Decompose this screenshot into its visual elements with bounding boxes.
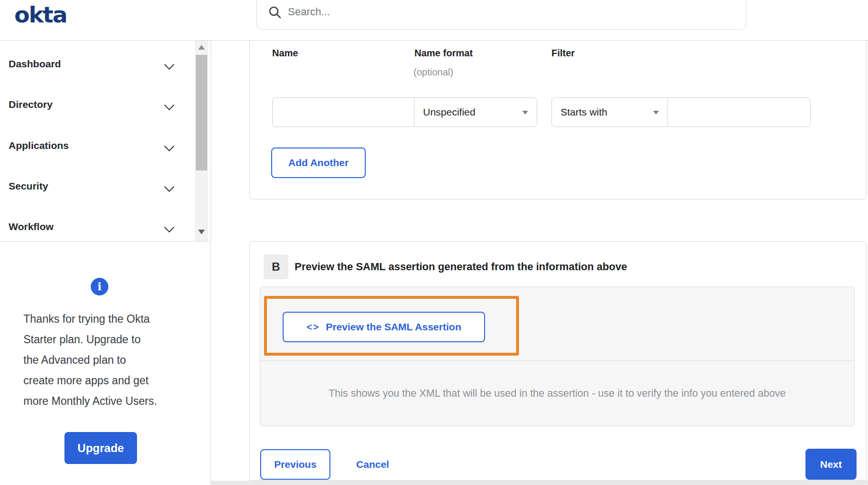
- cancel-link[interactable]: Cancel: [345, 449, 400, 480]
- preview-saml-assertion-button[interactable]: <> Preview the SAML Assertion: [283, 312, 485, 342]
- okta-logo[interactable]: okta: [14, 1, 67, 29]
- sidebar-item-workflow[interactable]: Workflow: [0, 221, 191, 237]
- scroll-up-arrow-icon[interactable]: [198, 45, 205, 50]
- search-icon: [268, 6, 281, 19]
- sidebar: Dashboard Directory Applications Securit…: [0, 41, 211, 485]
- search-input[interactable]: [288, 6, 718, 18]
- preview-section-heading: Preview the SAML assertion generated fro…: [295, 261, 627, 273]
- name-column-label: Name: [272, 48, 298, 59]
- trial-notice-line: Thanks for trying the Okta: [23, 309, 186, 329]
- trial-notice-line: create more apps and get: [23, 370, 186, 391]
- sidebar-item-label: Security: [9, 180, 48, 192]
- sidebar-nav-divider: [0, 241, 211, 242]
- okta-admin-console: okta Dashboard Directory Applications Se…: [0, 0, 868, 485]
- sidebar-item-security[interactable]: Security: [0, 180, 191, 197]
- scrollbar-thumb[interactable]: [196, 55, 207, 170]
- filter-column-label: Filter: [551, 48, 575, 59]
- chevron-down-icon: [164, 141, 174, 151]
- filter-type-select[interactable]: Starts with: [551, 97, 668, 127]
- trial-notice-line: more Monthly Active Users.: [23, 391, 186, 411]
- name-format-column-label: Name format: [414, 48, 473, 59]
- sidebar-item-label: Workflow: [9, 221, 53, 232]
- sidebar-item-applications[interactable]: Applications: [0, 140, 191, 156]
- info-icon: i: [91, 278, 108, 295]
- add-another-button[interactable]: Add Another: [271, 148, 366, 178]
- chevron-down-icon: [164, 60, 174, 70]
- trial-notice-line: the Advanced plan to: [23, 350, 186, 370]
- attribute-name-input[interactable]: [272, 97, 414, 127]
- upgrade-button[interactable]: Upgrade: [64, 432, 137, 464]
- code-icon: <>: [307, 322, 319, 333]
- name-format-selected-value: Unspecified: [423, 106, 476, 118]
- scroll-down-arrow-icon[interactable]: [198, 230, 205, 234]
- sidebar-item-label: Directory: [9, 99, 53, 110]
- chevron-down-icon: [164, 182, 174, 192]
- sidebar-item-label: Dashboard: [9, 58, 61, 70]
- dropdown-caret-icon: [653, 111, 659, 115]
- next-button[interactable]: Next: [805, 449, 857, 480]
- filter-value-input[interactable]: [667, 97, 811, 127]
- trial-notice-line: Starter plan. Upgrade to: [23, 329, 186, 350]
- global-search-box[interactable]: [256, 0, 746, 30]
- previous-button[interactable]: Previous: [260, 449, 330, 480]
- trial-notice: Thanks for trying the Okta Starter plan.…: [23, 309, 186, 411]
- name-format-select[interactable]: Unspecified: [414, 97, 537, 127]
- step-b-badge: B: [264, 254, 288, 279]
- chevron-down-icon: [164, 100, 174, 110]
- preview-panel-divider: [260, 360, 854, 361]
- sidebar-item-dashboard[interactable]: Dashboard: [0, 58, 191, 74]
- app-header: okta: [0, 0, 868, 41]
- preview-button-label: Preview the SAML Assertion: [326, 321, 461, 333]
- name-format-optional-note: (optional): [413, 67, 453, 78]
- chevron-down-icon: [164, 222, 174, 232]
- sidebar-scrollbar[interactable]: [195, 41, 208, 241]
- preview-helper-text: This shows you the XML that will be used…: [260, 388, 855, 400]
- dropdown-caret-icon: [522, 111, 528, 115]
- filter-type-selected-value: Starts with: [561, 106, 607, 118]
- viewport-bottom-strip: [211, 481, 868, 485]
- sidebar-item-directory[interactable]: Directory: [0, 99, 191, 115]
- sidebar-item-label: Applications: [9, 140, 69, 151]
